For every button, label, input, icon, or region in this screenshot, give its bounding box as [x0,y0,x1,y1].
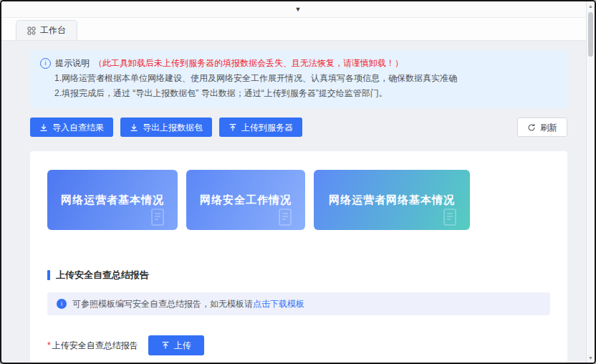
workbench-panel: 网络运营者基本情况 网络安全工作情况 [30,151,567,363]
import-self-check-button[interactable]: 导入自查结果 [30,118,113,137]
document-watermark-icon [277,208,294,226]
download-icon [39,123,48,132]
export-button-label: 导出上报数据包 [143,123,203,132]
import-button-label: 导入自查结果 [52,123,104,132]
tab-label: 工作台 [40,24,66,37]
upload-report-row: * 上传安全自查总结报告 上传 [47,335,550,355]
download-template-link[interactable]: 点击下载模板 [253,299,304,309]
template-hint-bar: i 可参照模板编写安全自查总结报告，如无模板请点击下载模板 [47,292,550,315]
alert-headline: i 提示说明（此工具卸载后未上传到服务器的填报数据会丢失、且无法恢复，请谨慎卸载… [40,57,557,70]
collapse-arrow-icon[interactable]: ▼ [295,6,302,13]
section-title: 上传安全自查总结报告 [56,269,149,282]
tab-workbench[interactable]: 工作台 [16,20,77,40]
toolbar-collapse-strip: ▼ [1,1,595,18]
nav-cards-row: 网络运营者基本情况 网络安全工作情况 [47,170,550,230]
refresh-icon [527,123,536,132]
card-operator-basic-info[interactable]: 网络运营者基本情况 [47,170,178,230]
upload-field-label: 上传安全自查总结报告 [52,340,138,352]
vertical-scrollbar[interactable]: ▲ ▼ [586,1,595,363]
refresh-button-label: 刷新 [540,123,557,132]
scroll-up-icon[interactable]: ▲ [588,4,593,9]
main-content: i 提示说明（此工具卸载后未上传到服务器的填报数据会丢失、且无法恢复，请谨慎卸载… [1,41,595,360]
alert-title: 提示说明 [55,57,90,70]
action-toolbar: 导入自查结果 导出上报数据包 上传到服务器 [30,118,567,137]
alert-line-2: 2.填报完成后，通过 “导出上报数据包” 导出数据；通过“上传到服务器”提交给监… [40,87,557,100]
info-circle-icon: i [40,58,51,69]
document-watermark-icon [441,208,458,226]
upload-to-server-button[interactable]: 上传到服务器 [219,118,302,137]
scrollbar-thumb[interactable] [588,12,593,57]
required-mark: * [47,340,51,350]
download-icon [130,123,138,132]
card-label: 网络运营者基本情况 [61,193,164,207]
tab-bar: 工作台 [1,18,595,41]
upload-cloud-icon [229,123,237,132]
card-label: 网络运营者网络基本情况 [329,193,455,207]
grid-icon [27,27,36,35]
document-watermark-icon [149,208,166,226]
alert-line-1: 1.网络运营者根据本单位网络建设、使用及网络安全工作展开情况、认真填写各项信息，… [40,72,557,85]
export-data-package-button[interactable]: 导出上报数据包 [120,118,212,137]
card-operator-network-info[interactable]: 网络运营者网络基本情况 [314,170,470,230]
upload-icon [161,341,170,350]
upload-report-button[interactable]: 上传 [148,335,204,355]
info-filled-icon: i [57,299,67,309]
app-window: ▼ 工作台 i 提示说明（此工具卸载后未上传到服务器的填报数据会丢失、且无法恢复… [0,0,596,364]
notice-alert: i 提示说明（此工具卸载后未上传到服务器的填报数据会丢失、且无法恢复，请谨慎卸载… [30,50,567,108]
alert-warning-text: （此工具卸载后未上传到服务器的填报数据会丢失、且无法恢复，请谨慎卸载！） [94,57,403,70]
upload-server-button-label: 上传到服务器 [241,123,293,132]
card-label: 网络安全工作情况 [200,193,292,207]
section-title-row: 上传安全自查总结报告 [47,269,550,282]
card-security-work[interactable]: 网络安全工作情况 [186,170,305,230]
section-marker [47,270,50,280]
scroll-down-icon[interactable]: ▼ [588,355,593,360]
refresh-button[interactable]: 刷新 [517,118,567,137]
upload-button-label: 上传 [174,341,191,350]
hint-text: 可参照模板编写安全自查总结报告，如无模板请点击下载模板 [72,298,304,310]
